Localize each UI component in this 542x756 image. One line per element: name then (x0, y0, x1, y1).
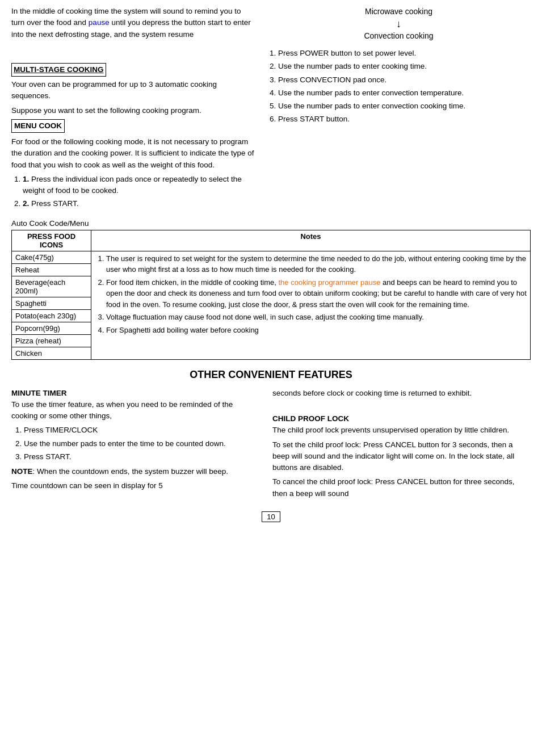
menu-step-1: 1. Press the individual icon pads once o… (23, 174, 255, 197)
minute-timer-heading: MINUTE TIMER (11, 388, 255, 399)
conv-step-5: Use the number pads to enter convection … (278, 100, 531, 112)
right-column: Microwave cooking ↓ Convection cooking P… (267, 6, 531, 213)
note-1: The user is required to set weight for t… (106, 253, 527, 275)
microwave-label: Microwave cooking (267, 6, 531, 18)
child-proof-para2: To set the child proof lock: Press CANCE… (272, 439, 531, 474)
table-header-row: PRESS FOOD ICONS Notes (12, 230, 531, 251)
col2-header: Notes (91, 230, 531, 251)
microwave-diagram: Microwave cooking ↓ Convection cooking (267, 6, 531, 42)
timer-display: Time countdown can be seen in display fo… (11, 480, 255, 492)
notes-list: The user is required to set weight for t… (106, 253, 527, 336)
menu-cook-desc: For food or the following cooking mode, … (11, 136, 255, 171)
menu-step-2: 2. Press START. (23, 198, 255, 209)
multi-stage-p2: Suppose you want to set the following co… (11, 105, 255, 116)
food-item-8: Chicken (12, 347, 91, 359)
orange-text: the cooking programmer pause (278, 278, 380, 287)
page-number: 10 (262, 511, 280, 522)
menu-cook-steps: 1. Press the individual icon pads once o… (23, 174, 255, 210)
note-3: Voltage fluctuation may cause food not d… (106, 312, 527, 323)
other-features-section: OTHER CONVENIENT FEATURES MINUTE TIMER T… (11, 369, 531, 502)
conv-step-4: Use the number pads to enter convection … (278, 87, 531, 99)
multi-stage-p1: Your oven can be programmed for up to 3 … (11, 79, 255, 102)
food-item-4: Spaghetti (12, 297, 91, 309)
food-item-7: Pizza (reheat) (12, 334, 91, 347)
conv-step-2: Use the number pads to enter cooking tim… (278, 61, 531, 72)
food-item-2: Reheat (12, 263, 91, 276)
menu-cook-label: MENU COOK (11, 119, 65, 133)
auto-cook-title: Auto Cook Code/Menu (11, 219, 531, 228)
page-number-area: 10 (11, 511, 531, 522)
child-proof-section: seconds before clock or cooking time is … (272, 388, 531, 502)
pause-word: pause (89, 18, 110, 27)
timer-step-1: Press TIMER/CLOCK (24, 425, 255, 436)
left-column: In the middle of cooking time the system… (11, 6, 255, 213)
convection-label: Convection cooking (267, 30, 531, 42)
auto-cook-section: Auto Cook Code/Menu PRESS FOOD ICONS Not… (11, 219, 531, 360)
note-2: For food item chicken, in the middle of … (106, 277, 527, 310)
notes-cell: The user is required to set weight for t… (91, 251, 531, 359)
timer-step-2: Use the number pads to enter the time to… (24, 438, 255, 450)
bottom-section: MINUTE TIMER To use the timer feature, a… (11, 388, 531, 502)
conv-step-3: Press CONVECTION pad once. (278, 74, 531, 86)
conv-step-1: Press POWER button to set power level. (278, 48, 531, 59)
top-section: In the middle of cooking time the system… (11, 6, 531, 213)
food-item-1: Cake(475g) (12, 251, 91, 263)
minute-timer-steps: Press TIMER/CLOCK Use the number pads to… (24, 425, 255, 463)
child-proof-heading: CHILD PROOF LOCK (272, 413, 531, 425)
defrost-paragraph: In the middle of cooking time the system… (11, 6, 255, 40)
convection-steps: Press POWER button to set power level. U… (278, 48, 531, 125)
food-item-6: Popcorn(99g) (12, 322, 91, 334)
timer-note: NOTE: When the countdown ends, the syste… (11, 466, 255, 477)
col1-header: PRESS FOOD ICONS (12, 230, 91, 251)
minute-timer-section: MINUTE TIMER To use the timer feature, a… (11, 388, 255, 502)
food-item-5: Potato(each 230g) (12, 309, 91, 322)
child-proof-para3: To cancel the child proof lock: Press CA… (272, 476, 531, 499)
auto-cook-table: PRESS FOOD ICONS Notes Cake(475g) The us… (11, 230, 531, 360)
minute-timer-para1: To use the timer feature, as when you ne… (11, 399, 255, 422)
child-proof-para1: The child proof lock prevents unsupervis… (272, 425, 531, 436)
multi-stage-heading: MULTI-STAGE COOKING (11, 63, 106, 77)
arrow-down-icon: ↓ (267, 19, 531, 29)
food-item-3: Beverage(each 200ml) (12, 276, 91, 297)
timer-step-3: Press START. (24, 451, 255, 463)
conv-step-6: Press START button. (278, 114, 531, 125)
note-4: For Spaghetti add boiling water before c… (106, 325, 527, 336)
seconds-text: seconds before clock or cooking time is … (272, 388, 531, 399)
table-row: Cake(475g) The user is required to set w… (12, 251, 531, 263)
other-features-title: OTHER CONVENIENT FEATURES (11, 369, 531, 381)
